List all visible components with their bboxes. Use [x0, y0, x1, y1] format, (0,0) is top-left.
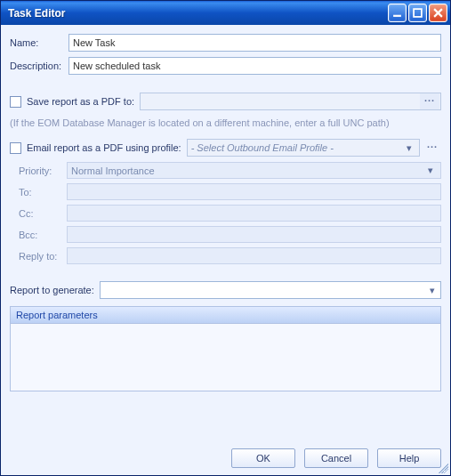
task-editor-window: Task Editor Name: Description: Save repo… — [0, 0, 451, 476]
maximize-icon — [413, 8, 423, 18]
save-pdf-path-input[interactable] — [141, 93, 419, 109]
ok-button[interactable]: OK — [231, 448, 295, 468]
dialog-footer: OK Cancel Help — [10, 440, 441, 468]
to-label: To: — [10, 187, 67, 198]
description-row: Description: — [10, 57, 441, 75]
report-parameters-panel: Report parameters — [10, 306, 441, 391]
browse-path-button[interactable]: ··· — [420, 93, 439, 109]
email-profile-options-button[interactable]: ··· — [423, 139, 441, 157]
bcc-row: Bcc: — [10, 226, 441, 243]
email-pdf-row: Email report as a PDF using profile: - S… — [10, 139, 441, 157]
report-generate-row: Report to generate: ▾ — [10, 281, 441, 299]
bcc-input[interactable] — [67, 226, 441, 243]
email-pdf-label: Email report as a PDF using profile: — [27, 142, 181, 153]
minimize-button[interactable] — [388, 4, 407, 22]
save-pdf-label: Save report as a PDF to: — [27, 96, 134, 107]
resize-grip-icon[interactable] — [436, 461, 448, 473]
replyto-row: Reply to: — [10, 247, 441, 264]
window-controls — [388, 4, 447, 22]
client-area: Name: Description: Save report as a PDF … — [1, 25, 450, 475]
chevron-down-icon: ▾ — [402, 142, 415, 154]
description-input[interactable] — [68, 57, 441, 75]
priority-select[interactable]: Normal Importance ▾ — [67, 162, 441, 179]
cancel-button[interactable]: Cancel — [304, 448, 368, 468]
report-generate-select[interactable]: ▾ — [100, 281, 441, 299]
report-parameters-body — [11, 324, 440, 391]
name-label: Name: — [10, 37, 68, 48]
chevron-down-icon: ▾ — [423, 165, 437, 176]
cc-label: Cc: — [10, 208, 67, 219]
to-input[interactable] — [67, 183, 441, 200]
help-button[interactable]: Help — [377, 448, 441, 468]
svg-rect-0 — [393, 15, 401, 17]
save-pdf-row: Save report as a PDF to: ··· — [10, 93, 441, 110]
minimize-icon — [392, 8, 402, 18]
maximize-button[interactable] — [408, 4, 427, 22]
save-pdf-path-box: ··· — [140, 93, 441, 110]
name-input[interactable] — [68, 34, 441, 52]
unc-hint: (If the EOM Database Manager is located … — [10, 117, 441, 128]
cc-input[interactable] — [67, 205, 441, 222]
replyto-input[interactable] — [67, 247, 441, 264]
priority-label: Priority: — [10, 165, 67, 176]
report-generate-label: Report to generate: — [10, 285, 94, 295]
window-title: Task Editor — [8, 7, 388, 20]
email-pdf-checkbox[interactable] — [10, 142, 21, 154]
email-profile-placeholder: - Select Outbound Email Profile - — [191, 142, 402, 153]
report-parameters-header: Report parameters — [11, 307, 440, 324]
name-row: Name: — [10, 34, 441, 52]
svg-rect-1 — [414, 9, 422, 17]
bcc-label: Bcc: — [10, 230, 67, 240]
save-pdf-checkbox[interactable] — [10, 96, 21, 108]
priority-row: Priority: Normal Importance ▾ — [10, 162, 441, 179]
close-icon — [433, 8, 443, 18]
cc-row: Cc: — [10, 205, 441, 222]
chevron-down-icon: ▾ — [425, 285, 439, 296]
close-button[interactable] — [429, 4, 447, 22]
to-row: To: — [10, 183, 441, 200]
description-label: Description: — [10, 61, 68, 71]
priority-value: Normal Importance — [71, 165, 423, 176]
replyto-label: Reply to: — [10, 251, 67, 262]
titlebar[interactable]: Task Editor — [1, 1, 450, 25]
email-profile-select[interactable]: - Select Outbound Email Profile - ▾ — [187, 139, 420, 157]
